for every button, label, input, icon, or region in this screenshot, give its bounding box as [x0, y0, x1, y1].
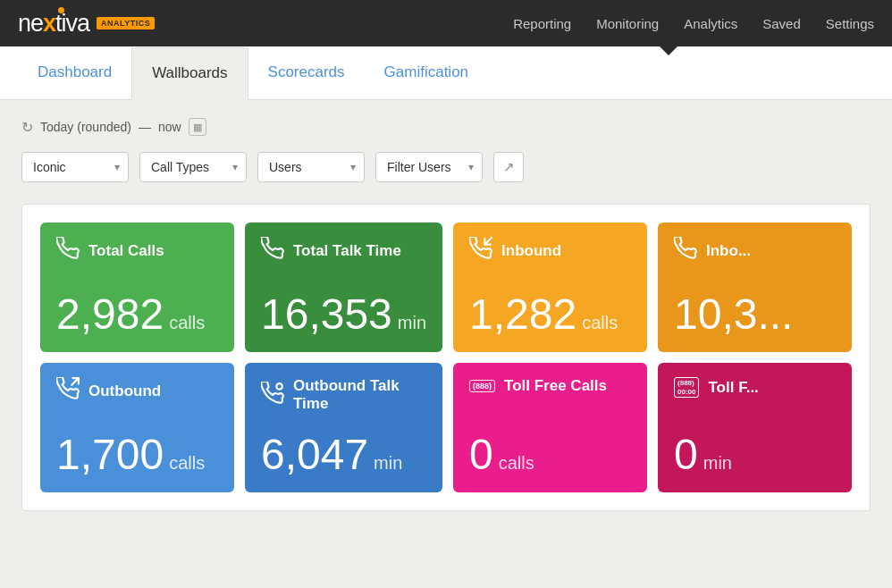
cards-container: Total Calls 2,982 calls Total Talk Time …: [21, 204, 871, 511]
nav-links: Reporting Monitoring Analytics Saved Set…: [513, 16, 874, 31]
toll-free-partial-value: 0: [674, 433, 698, 476]
card-total-calls-header: Total Calls: [56, 237, 218, 265]
total-talk-time-unit: min: [398, 313, 426, 333]
card-outbound-talk-time: Outbound Talk Time 6,047 min: [245, 363, 442, 492]
card-toll-free-partial-header: (888) 00:00 Toll F...: [674, 377, 836, 398]
inbound-talk-partial-title: Inbo...: [706, 242, 751, 260]
date-range: now: [158, 120, 181, 134]
inbound-talk-partial-icon: [674, 237, 697, 265]
export-button[interactable]: ↗: [493, 152, 524, 182]
navbar: nextiva ANALYTICS Reporting Monitoring A…: [0, 0, 892, 46]
tab-wallboards[interactable]: Wallboards: [131, 47, 248, 101]
date-text: Today (rounded): [40, 120, 131, 134]
outbound-icon: [56, 377, 80, 405]
total-calls-unit: calls: [169, 313, 205, 333]
logo-badge: ANALYTICS: [97, 17, 155, 29]
toll-free-partial-icon: (888) 00:00: [674, 377, 699, 398]
date-row: ↻ Today (rounded) — now ▦: [21, 118, 871, 136]
logo: nextiva ANALYTICS: [18, 10, 155, 38]
card-toll-free: (888) Toll Free Calls 0 calls: [453, 363, 647, 492]
nav-reporting[interactable]: Reporting: [513, 16, 571, 31]
toll-free-unit: calls: [499, 453, 534, 474]
filters-row: Iconic List Detailed Call Types Inbound …: [21, 152, 871, 182]
card-inbound-talk-partial-header: Inbo...: [674, 237, 836, 265]
toll-free-partial-title: Toll F...: [708, 379, 758, 397]
total-calls-icon: [56, 237, 80, 265]
date-separator: —: [139, 120, 151, 134]
inbound-talk-partial-value-row: 10,3...: [674, 293, 836, 336]
svg-point-2: [276, 383, 282, 390]
tab-gamification[interactable]: Gamification: [365, 47, 488, 100]
card-total-talk-time-header: Total Talk Time: [261, 237, 426, 265]
toll-free-icon: (888): [469, 380, 495, 393]
outbound-talk-time-value: 6,047: [261, 433, 368, 476]
total-talk-time-value-row: 16,353 min: [261, 293, 426, 336]
card-outbound-talk-time-header: Outbound Talk Time: [261, 377, 426, 413]
tab-dashboard[interactable]: Dashboard: [18, 47, 131, 100]
toll-free-value: 0: [469, 433, 493, 476]
nav-monitoring[interactable]: Monitoring: [596, 16, 659, 31]
outbound-unit: calls: [169, 453, 205, 474]
inbound-title: Inbound: [501, 242, 561, 260]
calendar-icon[interactable]: ▦: [189, 118, 206, 136]
export-icon: ↗: [503, 159, 515, 175]
tab-scorecards[interactable]: Scorecards: [248, 47, 365, 100]
logo-text: nextiva: [18, 10, 89, 38]
nav-analytics[interactable]: Analytics: [684, 16, 737, 31]
outbound-talk-time-icon: [261, 382, 284, 409]
total-talk-time-title: Total Talk Time: [293, 242, 401, 260]
view-select[interactable]: Iconic List Detailed: [21, 152, 129, 182]
total-talk-time-icon: [261, 237, 284, 265]
outbound-title: Outbound: [88, 382, 161, 400]
inbound-unit: calls: [582, 313, 618, 333]
total-talk-time-value: 16,353: [261, 293, 392, 336]
filter-users-select-wrapper: Filter Users: [375, 152, 483, 182]
view-select-wrapper: Iconic List Detailed: [21, 152, 129, 182]
users-select-wrapper: Users Teams Queues: [257, 152, 365, 182]
card-outbound-header: Outbound: [56, 377, 218, 405]
total-calls-value: 2,982: [56, 293, 164, 336]
inbound-value-row: 1,282 calls: [469, 293, 631, 336]
inbound-value: 1,282: [469, 293, 576, 336]
filter-users-select[interactable]: Filter Users: [375, 152, 483, 182]
svg-line-0: [484, 238, 492, 245]
nav-settings[interactable]: Settings: [826, 16, 874, 31]
svg-line-1: [72, 378, 79, 385]
total-calls-title: Total Calls: [88, 242, 164, 260]
card-toll-free-header: (888) Toll Free Calls: [469, 377, 631, 395]
card-total-calls: Total Calls 2,982 calls: [40, 223, 234, 352]
card-inbound: Inbound 1,282 calls: [453, 223, 647, 352]
inbound-talk-partial-value: 10,3...: [674, 293, 793, 336]
refresh-icon[interactable]: ↻: [21, 119, 33, 136]
toll-free-partial-unit: min: [703, 453, 732, 474]
nav-saved[interactable]: Saved: [762, 16, 801, 31]
total-calls-value-row: 2,982 calls: [56, 293, 218, 336]
outbound-value: 1,700: [56, 433, 164, 476]
card-inbound-talk-time-partial: Inbo... 10,3...: [658, 223, 852, 352]
inbound-icon: [469, 237, 492, 265]
card-toll-free-partial: (888) 00:00 Toll F... 0 min: [658, 363, 852, 492]
toll-free-value-row: 0 calls: [469, 433, 631, 476]
call-types-select[interactable]: Call Types Inbound Outbound: [139, 152, 247, 182]
outbound-talk-time-value-row: 6,047 min: [261, 433, 426, 476]
tabs-bar: Dashboard Wallboards Scorecards Gamifica…: [0, 46, 892, 100]
card-total-talk-time: Total Talk Time 16,353 min: [245, 223, 442, 352]
call-types-select-wrapper: Call Types Inbound Outbound: [139, 152, 247, 182]
toll-free-partial-value-row: 0 min: [674, 433, 836, 476]
users-select[interactable]: Users Teams Queues: [257, 152, 365, 182]
outbound-talk-time-title: Outbound Talk Time: [293, 377, 426, 413]
outbound-talk-time-unit: min: [374, 453, 402, 474]
outbound-value-row: 1,700 calls: [56, 433, 218, 476]
toll-free-title: Toll Free Calls: [504, 377, 607, 395]
card-outbound: Outbound 1,700 calls: [40, 363, 234, 492]
main-content: ↻ Today (rounded) — now ▦ Iconic List De…: [0, 100, 892, 529]
card-inbound-header: Inbound: [469, 237, 631, 265]
nav-arrow: [660, 46, 677, 55]
